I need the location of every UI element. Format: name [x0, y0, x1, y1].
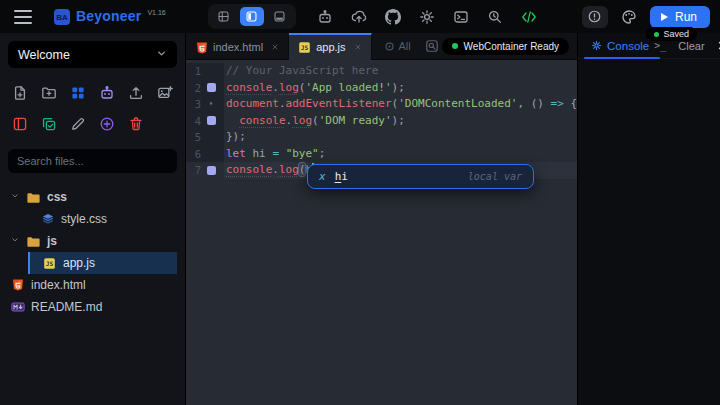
debug-icon[interactable]	[484, 6, 506, 28]
code-line-1[interactable]: 1// Your JavaScript here	[186, 63, 577, 80]
menu-icon[interactable]	[14, 10, 32, 24]
tab-index-html[interactable]: index.html	[186, 33, 289, 60]
palette-icon[interactable]	[618, 6, 640, 28]
sidebar-toolbar-row1	[8, 81, 177, 105]
project-select-value: Welcome	[18, 48, 70, 62]
tree-folder-css[interactable]: css	[8, 186, 177, 208]
layout-grid-icon[interactable]	[212, 7, 236, 26]
console-tab-label: Console	[607, 40, 649, 52]
chevron-down-icon	[156, 48, 167, 62]
fold-chevron-icon[interactable]: ▾	[209, 96, 214, 113]
completion-label: hi	[335, 170, 348, 183]
gutter[interactable]: 1	[186, 63, 224, 80]
js-file-icon: JS	[42, 256, 57, 271]
close-tab-icon[interactable]	[271, 42, 279, 53]
pencil-icon[interactable]	[66, 112, 90, 136]
console-panel: Console >_ Clear	[577, 33, 720, 405]
gutter[interactable]: 3▾	[186, 96, 224, 113]
topbar: BA Beyoneer V1.16 Run Saved	[0, 0, 720, 33]
folder-icon	[26, 234, 41, 249]
settings-icon[interactable]	[416, 6, 438, 28]
terminal-icon[interactable]	[450, 6, 472, 28]
folder-icon	[26, 190, 41, 205]
status-label: WebContainer Ready	[464, 41, 559, 52]
tab-console[interactable]: Console	[586, 33, 654, 59]
copy-check-icon[interactable]	[37, 112, 61, 136]
gutter[interactable]: 7	[186, 162, 224, 179]
view-toggle-group	[208, 4, 296, 29]
layout-bottom-icon[interactable]	[268, 7, 292, 26]
gutter[interactable]: 2	[186, 80, 224, 97]
close-all-button[interactable]: All	[384, 40, 411, 52]
sidebar-toolbar-row2	[8, 112, 177, 136]
autocomplete-popup[interactable]: x hi local var	[307, 164, 534, 189]
gutter[interactable]: 6	[186, 146, 224, 163]
panel-icon[interactable]	[8, 112, 32, 136]
tab-app-js[interactable]: JSapp.js	[289, 33, 371, 60]
project-select[interactable]: Welcome	[8, 41, 177, 68]
clear-console-button[interactable]: Clear	[678, 40, 704, 52]
file-label: app.js	[63, 256, 95, 270]
svg-text:JS: JS	[301, 44, 309, 51]
file-label: index.html	[31, 278, 86, 292]
close-tab-icon[interactable]	[354, 42, 362, 53]
bot-icon[interactable]	[95, 81, 119, 105]
app-title: Beyoneer	[76, 8, 141, 24]
code-line-5[interactable]: 5});	[186, 129, 577, 146]
file-label: README.md	[31, 300, 102, 314]
svg-text:JS: JS	[46, 260, 54, 267]
layout-split-icon[interactable]	[240, 7, 264, 26]
gutter[interactable]: 4	[186, 113, 224, 130]
topbar-tools	[208, 4, 540, 29]
bot-icon[interactable]	[314, 6, 336, 28]
code-icon[interactable]	[518, 6, 540, 28]
sidebar: Welcome cssstyle.cssjsJSapp.jsindex.html…	[0, 33, 186, 405]
close-panel-icon[interactable]	[717, 40, 720, 51]
log-marker-icon	[207, 116, 216, 125]
alert-icon[interactable]	[582, 6, 608, 28]
chevron-down-icon	[10, 190, 20, 204]
js-file-icon: JS	[298, 41, 310, 53]
trash-icon[interactable]	[124, 112, 148, 136]
code-search-icon[interactable]	[425, 39, 439, 53]
saved-label: Saved	[663, 29, 689, 39]
code-editor[interactable]: 1// Your JavaScript here2console.log('Ap…	[186, 60, 577, 405]
completion-kind-icon: x	[319, 170, 326, 183]
upload-cloud-icon[interactable]	[348, 6, 370, 28]
folder-plus-icon[interactable]	[37, 81, 61, 105]
run-button[interactable]: Run	[650, 6, 710, 28]
circle-dot-icon	[384, 41, 395, 52]
close-all-label: All	[399, 40, 411, 52]
log-marker-icon	[207, 166, 216, 175]
code-line-4[interactable]: 4 console.log('DOM ready');	[186, 113, 577, 130]
search-input[interactable]	[17, 155, 168, 167]
app-version: V1.16	[147, 9, 165, 16]
editor-pane: index.htmlJSapp.js All WebContainer Read…	[186, 33, 577, 405]
tree-item-app-js[interactable]: JSapp.js	[28, 252, 177, 274]
image-plus-icon[interactable]	[153, 81, 177, 105]
folder-label: js	[47, 234, 57, 248]
play-icon	[660, 12, 669, 22]
html-file-icon	[10, 278, 25, 293]
terminal-prompt-icon[interactable]: >_	[654, 40, 666, 51]
code-line-2[interactable]: 2console.log('App loaded!');	[186, 80, 577, 97]
upload-icon[interactable]	[124, 81, 148, 105]
css-file-icon	[40, 212, 55, 227]
tree-item-style-css[interactable]: style.css	[28, 208, 177, 230]
gutter[interactable]: 5	[186, 129, 224, 146]
plus-circle-icon[interactable]	[95, 112, 119, 136]
console-output[interactable]	[578, 59, 720, 405]
code-line-6[interactable]: 6let hi = "bye";	[186, 146, 577, 163]
tab-label: index.html	[213, 41, 263, 53]
grid-icon[interactable]	[66, 81, 90, 105]
file-search	[8, 149, 177, 173]
tree-item-index-html[interactable]: index.html	[8, 274, 177, 296]
saved-badge: Saved	[646, 27, 697, 41]
tree-item-README-md[interactable]: README.md	[8, 296, 177, 318]
code-line-3[interactable]: 3▾document.addEventListener('DOMContentL…	[186, 96, 577, 113]
github-icon[interactable]	[382, 6, 404, 28]
file-plus-icon[interactable]	[8, 81, 32, 105]
topbar-right: Run	[582, 6, 710, 28]
completion-detail: local var	[468, 171, 522, 182]
tree-folder-js[interactable]: js	[8, 230, 177, 252]
